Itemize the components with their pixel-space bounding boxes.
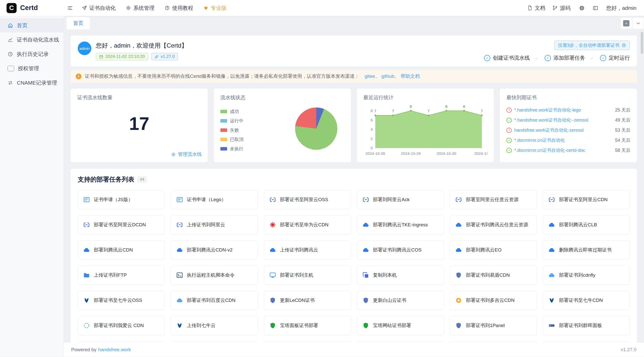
- svg-text:2024-10-28: 2024-10-28: [401, 151, 420, 156]
- task-label: 证书申请（JS版）: [94, 196, 133, 203]
- legend-label: 成功: [230, 109, 239, 115]
- sidebar-item[interactable]: 首页: [0, 18, 63, 32]
- pipeline-status-card: 流水线状态 成功: [214, 89, 351, 162]
- deploy-task-item[interactable]: 宝塔网站证书部署: [357, 316, 444, 335]
- expiry-row: *.docmirror.cn证书自动化 54 天后: [506, 135, 630, 145]
- deploy-task-item[interactable]: 复制到本机: [357, 266, 444, 285]
- task-label: 部署证书到腾讯云COS: [373, 247, 422, 253]
- notice-link[interactable]: gitee: [365, 73, 380, 80]
- sidebar-item[interactable]: 证书自动化流水线: [0, 32, 63, 47]
- deploy-task-item[interactable]: 部署到阿里云Ack: [357, 190, 444, 209]
- navbar-link[interactable]: 文档: [524, 0, 549, 16]
- sidebar-item[interactable]: CNAME记录管理: [0, 76, 63, 90]
- close-icon: ×: [623, 20, 629, 26]
- quickstart-promo-button[interactable]: 仅需3步，全自动申请部署证书: [554, 41, 630, 50]
- quickstart-step: ✓ 创建证书流水线: [484, 54, 530, 61]
- deploy-task-item[interactable]: 执行远程主机脚本命令: [171, 266, 258, 285]
- main-area: 首页 × admin 您好，admin，欢迎使用【Certd】 2024-11-: [64, 16, 644, 357]
- handsfree-link[interactable]: handsfree.work: [98, 347, 131, 352]
- task-icon: [455, 322, 462, 329]
- notice-link[interactable]: github: [381, 73, 399, 80]
- deploy-task-item[interactable]: 部署证书到我爱云 CDN: [78, 316, 165, 335]
- scrollbar-thumb[interactable]: [641, 32, 643, 54]
- deploy-task-item[interactable]: 部署证书至阿里云OSS: [264, 190, 351, 209]
- chevron-down-icon: [636, 21, 641, 26]
- legend-item[interactable]: 失败: [220, 127, 244, 133]
- tab-dropdown-button[interactable]: [632, 17, 644, 29]
- step-label: 定时运行: [609, 54, 630, 61]
- task-label: 部署证书到主机: [280, 272, 313, 278]
- task-label: 上传证书到腾讯云: [280, 247, 318, 253]
- legend-item[interactable]: 运行中: [220, 118, 244, 124]
- deploy-task-item[interactable]: 更新白山云证书: [357, 291, 444, 310]
- deploy-task-item[interactable]: 部署到腾讯云CDN-v2: [171, 240, 258, 260]
- deploy-task-item[interactable]: 证书申请（Lego）: [171, 190, 258, 209]
- task-icon: [362, 246, 369, 254]
- deploy-task-item[interactable]: 部署到腾讯云TKE-ingress: [357, 215, 444, 234]
- deploy-task-item[interactable]: 部署证书至阿里云DCDN: [78, 215, 165, 234]
- recent-runs-card: 最近运行统计 0246877878872024-10-262024-10-282…: [357, 89, 494, 162]
- task-label: 上传证书到阿里云: [187, 222, 225, 228]
- task-label: 部署证书至华为云CDN: [280, 222, 329, 228]
- notice-link[interactable]: 帮助文档: [400, 73, 420, 80]
- deploy-task-item[interactable]: 部署证书到易盾CDN: [450, 266, 537, 285]
- deploy-task-item[interactable]: 部署证书到多吉云CDN: [450, 291, 537, 310]
- tab-close-button[interactable]: ×: [620, 17, 632, 29]
- top-menu-item[interactable]: 系统管理: [121, 0, 159, 16]
- deploy-task-item[interactable]: 部署证书到cdnfly: [543, 266, 630, 285]
- deploy-task-item[interactable]: 部署到腾讯云CDN: [78, 240, 165, 260]
- hamburger-icon: [67, 5, 73, 11]
- language-button[interactable]: [576, 0, 588, 16]
- cert-name-link[interactable]: handsfree.work证书自动化-zerossl: [514, 127, 611, 133]
- deploy-task-item[interactable]: 删除腾讯云即将过期证书: [543, 240, 630, 260]
- user-greeting[interactable]: 您好，admin: [606, 5, 636, 12]
- sidebar-item-icon: [8, 23, 13, 28]
- sidebar-collapse-button[interactable]: [64, 0, 77, 16]
- deploy-task-item[interactable]: 更新LeCDN证书: [264, 291, 351, 310]
- menu-item-label: 证书自动化: [89, 5, 116, 12]
- deploy-task-item[interactable]: 上传证书到腾讯云: [264, 240, 351, 260]
- top-menu-item[interactable]: 证书自动化: [77, 0, 121, 16]
- sidebar-item-label: 证书自动化流水线: [17, 36, 59, 43]
- deploy-task-item[interactable]: 部署证书到群晖面板: [543, 316, 630, 335]
- deploy-task-item[interactable]: 上传证书到阿里云: [171, 215, 258, 234]
- deploy-task-item[interactable]: 上传到七牛云: [171, 316, 258, 335]
- tab-home[interactable]: 首页: [67, 17, 90, 29]
- navbar-link[interactable]: 源码: [549, 0, 574, 16]
- top-menu-item[interactable]: 专业版: [198, 0, 232, 16]
- deploy-task-item[interactable]: 宝塔面板证书部署: [264, 316, 351, 335]
- deploy-task-item[interactable]: 部署证书至华为云CDN: [264, 215, 351, 234]
- legend-item[interactable]: 成功: [220, 109, 244, 115]
- cert-name-link[interactable]: *.docmirror.cn证书自动化: [514, 137, 611, 143]
- svg-text:2024-10-30: 2024-10-30: [436, 151, 456, 156]
- deploy-task-item[interactable]: 部署证书到百度云CDN: [171, 291, 258, 310]
- expiry-list: *.handsfree.work证书自动化-lego 25 天后 *.hands…: [506, 105, 630, 155]
- deploy-task-item[interactable]: 部署到腾讯云EO: [450, 240, 537, 260]
- sidebar-item[interactable]: 执行历史记录: [0, 47, 63, 61]
- scrollbar[interactable]: [641, 32, 643, 342]
- deploy-task-item[interactable]: 部署证书到腾讯云任意云资源: [450, 215, 537, 234]
- cert-name-link[interactable]: *.handsfree.work证书自动化--zerossl: [514, 117, 611, 123]
- deploy-task-item[interactable]: 部署证书至阿里云CDN: [543, 190, 630, 209]
- manage-pipelines-link[interactable]: 管理流水线: [171, 151, 202, 158]
- deploy-task-item[interactable]: 部署证书到主机: [264, 266, 351, 285]
- deploy-task-item[interactable]: 上传证书到FTP: [78, 266, 165, 285]
- deploy-task-item[interactable]: 部署到腾讯云CLB: [543, 215, 630, 234]
- legend-item[interactable]: 已取消: [220, 136, 244, 142]
- task-label: 执行远程主机脚本命令: [187, 272, 235, 278]
- deploy-task-item[interactable]: 部署证书至七牛CDN: [543, 291, 630, 310]
- expiry-row: *.docmirror.cn证书自动化-certd-doc 58 天后: [506, 145, 630, 155]
- cert-name-link[interactable]: *.docmirror.cn证书自动化-certd-doc: [514, 147, 611, 153]
- deploy-task-item[interactable]: 部署证书到腾讯云COS: [357, 240, 444, 260]
- layout-settings-button[interactable]: [590, 0, 601, 16]
- deploy-task-item[interactable]: 部署至阿里云任意云资源: [450, 190, 537, 209]
- legend-item[interactable]: 未执行: [220, 146, 244, 152]
- sidebar-item[interactable]: 授权管理: [0, 61, 63, 76]
- deploy-task-item[interactable]: 部署证书至七牛云OSS: [78, 291, 165, 310]
- cert-name-link[interactable]: *.handsfree.work证书自动化-lego: [514, 107, 611, 113]
- cert-days-left: 53 天后: [615, 127, 630, 133]
- top-menu-item[interactable]: 使用教程: [159, 0, 198, 16]
- task-icon: [455, 297, 462, 304]
- deploy-task-item[interactable]: 证书申请（JS版）: [78, 190, 165, 209]
- deploy-task-item[interactable]: 部署证书到1Panel: [450, 316, 537, 335]
